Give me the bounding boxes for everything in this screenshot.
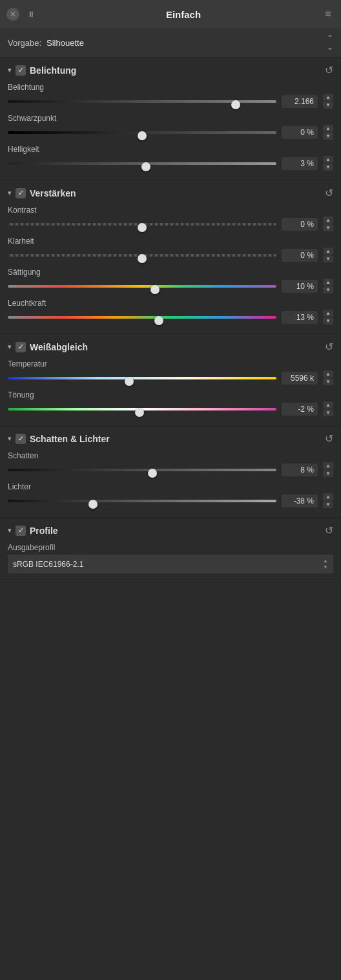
schatten-up-button[interactable]: ▲ xyxy=(323,462,333,469)
saettigung-up-button[interactable]: ▲ xyxy=(323,279,333,286)
schatten-slider-track[interactable] xyxy=(8,465,276,475)
section-belichtung: ▾ ✓ Belichtung ↺ Belichtung ▲ ▼ Schwarzp… xyxy=(0,58,341,180)
schatten-range-input[interactable] xyxy=(8,469,276,471)
ausgabeprofil-select[interactable]: sRGB IEC61966-2.1 ▲ ▼ xyxy=(8,555,333,573)
kontrast-value-input[interactable] xyxy=(282,218,318,231)
close-button[interactable]: ✕ xyxy=(6,8,19,21)
saettigung-slider-track[interactable] xyxy=(8,281,276,292)
helligkeit-range-input[interactable] xyxy=(8,162,276,165)
lichter-up-button[interactable]: ▲ xyxy=(323,493,333,500)
slider-row-kontrast: Kontrast ▲ ▼ xyxy=(0,203,341,234)
kontrast-stepper: ▲ ▼ xyxy=(323,217,333,231)
saettigung-range-input[interactable] xyxy=(8,285,276,288)
belichtung-up-button[interactable]: ▲ xyxy=(323,94,333,101)
leuchtkraft-up-button[interactable]: ▲ xyxy=(323,310,333,317)
lichter-label: Lichter xyxy=(8,482,333,491)
temperatur-up-button[interactable]: ▲ xyxy=(323,370,333,378)
temperatur-label: Temperatur xyxy=(8,359,333,368)
section-verstaerken-header: ▾ ✓ Verstärken ↺ xyxy=(0,180,341,203)
kontrast-down-button[interactable]: ▼ xyxy=(323,224,333,231)
schatten-down-button[interactable]: ▼ xyxy=(323,470,333,477)
verstaerken-toggle[interactable]: ✓ xyxy=(16,188,26,198)
schatten-lichter-chevron-icon[interactable]: ▾ xyxy=(8,434,12,443)
klarheit-slider-track[interactable] xyxy=(8,250,276,261)
toenung-up-button[interactable]: ▲ xyxy=(323,401,333,409)
leuchtkraft-value-input[interactable] xyxy=(282,311,318,324)
kontrast-up-button[interactable]: ▲ xyxy=(323,217,333,224)
lichter-stepper: ▲ ▼ xyxy=(323,493,333,508)
schwarzpunkt-value-input[interactable] xyxy=(282,126,318,139)
profile-chevron-icon[interactable]: ▾ xyxy=(8,526,12,535)
section-belichtung-header: ▾ ✓ Belichtung ↺ xyxy=(0,58,341,80)
belichtung-reset-icon[interactable]: ↺ xyxy=(325,64,333,76)
lichter-value-input[interactable] xyxy=(282,495,318,507)
section-weissabgleich: ▾ ✓ Weißabgleich ↺ Temperatur ▲ ▼ Tönung xyxy=(0,334,341,426)
weissabgleich-reset-icon[interactable]: ↺ xyxy=(325,341,333,353)
verstaerken-chevron-icon[interactable]: ▾ xyxy=(8,189,12,197)
toenung-down-button[interactable]: ▼ xyxy=(323,409,333,416)
belichtung-chevron-icon[interactable]: ▾ xyxy=(8,66,12,74)
temperatur-down-button[interactable]: ▼ xyxy=(323,378,333,385)
pause-button[interactable]: ⏸ xyxy=(25,8,37,21)
section-weissabgleich-header: ▾ ✓ Weißabgleich ↺ xyxy=(0,334,341,357)
lichter-slider-track[interactable] xyxy=(8,496,276,506)
klarheit-range-input[interactable] xyxy=(8,254,276,257)
belichtung-slider-track[interactable] xyxy=(8,96,276,107)
check-icon: ✓ xyxy=(18,434,24,443)
leuchtkraft-down-button[interactable]: ▼ xyxy=(323,317,333,325)
schatten-value-input[interactable] xyxy=(282,463,318,476)
leuchtkraft-range-input[interactable] xyxy=(8,316,276,319)
section-schatten-lichter-header: ▾ ✓ Schatten & Lichter ↺ xyxy=(0,426,341,449)
helligkeit-up-button[interactable]: ▲ xyxy=(323,156,333,163)
schatten-lichter-toggle[interactable]: ✓ xyxy=(16,434,26,444)
leuchtkraft-slider-track[interactable] xyxy=(8,312,276,323)
slider-row-toenung: Tönung ▲ ▼ xyxy=(0,388,341,419)
temperatur-value-input[interactable] xyxy=(282,372,318,385)
belichtung-value-input[interactable] xyxy=(282,95,318,108)
belichtung-toggle[interactable]: ✓ xyxy=(16,65,26,76)
saettigung-stepper: ▲ ▼ xyxy=(323,279,333,293)
toenung-slider-track[interactable] xyxy=(8,404,276,414)
schwarzpunkt-slider-track[interactable] xyxy=(8,127,276,138)
lichter-down-button[interactable]: ▼ xyxy=(323,501,333,508)
weissabgleich-chevron-icon[interactable]: ▾ xyxy=(8,343,12,351)
schwarzpunkt-label: Schwarzpunkt xyxy=(8,114,333,123)
temperatur-stepper: ▲ ▼ xyxy=(323,370,333,385)
saettigung-label: Sättigung xyxy=(8,268,333,277)
helligkeit-slider-track[interactable] xyxy=(8,158,276,169)
temperatur-range-input[interactable] xyxy=(8,377,276,379)
klarheit-down-button[interactable]: ▼ xyxy=(323,255,333,262)
klarheit-stepper: ▲ ▼ xyxy=(323,248,333,262)
weissabgleich-toggle[interactable]: ✓ xyxy=(16,342,26,352)
klarheit-value-input[interactable] xyxy=(282,249,318,262)
kontrast-slider-track[interactable] xyxy=(8,219,276,229)
helligkeit-down-button[interactable]: ▼ xyxy=(323,164,333,171)
helligkeit-stepper: ▲ ▼ xyxy=(323,156,333,171)
menu-button[interactable]: ≡ xyxy=(322,8,335,21)
schwarzpunkt-range-input[interactable] xyxy=(8,131,276,134)
belichtung-down-button[interactable]: ▼ xyxy=(323,101,333,109)
pause-icon: ⏸ xyxy=(27,10,35,19)
helligkeit-value-input[interactable] xyxy=(282,157,318,170)
lichter-range-input[interactable] xyxy=(8,500,276,502)
ausgabeprofil-value: sRGB IEC61966-2.1 xyxy=(13,560,323,569)
toenung-range-input[interactable] xyxy=(8,408,276,410)
schatten-lichter-reset-icon[interactable]: ↺ xyxy=(325,432,333,445)
belichtung-range-input[interactable] xyxy=(8,100,276,103)
profile-toggle[interactable]: ✓ xyxy=(16,526,26,536)
saettigung-value-input[interactable] xyxy=(282,280,318,293)
saettigung-down-button[interactable]: ▼ xyxy=(323,286,333,293)
slider-row-schatten: Schatten ▲ ▼ xyxy=(0,449,341,480)
section-profile-header: ▾ ✓ Profile ↺ xyxy=(0,518,341,540)
profile-reset-icon[interactable]: ↺ xyxy=(325,524,333,537)
schwarzpunkt-down-button[interactable]: ▼ xyxy=(323,133,333,140)
toenung-label: Tönung xyxy=(8,390,333,399)
klarheit-up-button[interactable]: ▲ xyxy=(323,248,333,255)
temperatur-slider-track[interactable] xyxy=(8,373,276,383)
verstaerken-reset-icon[interactable]: ↺ xyxy=(325,187,333,199)
slider-row-temperatur: Temperatur ▲ ▼ xyxy=(0,357,341,388)
toenung-value-input[interactable] xyxy=(282,403,318,416)
kontrast-range-input[interactable] xyxy=(8,223,276,226)
vorgabe-value[interactable]: Silhouette xyxy=(46,38,324,48)
schwarzpunkt-up-button[interactable]: ▲ xyxy=(323,125,333,132)
